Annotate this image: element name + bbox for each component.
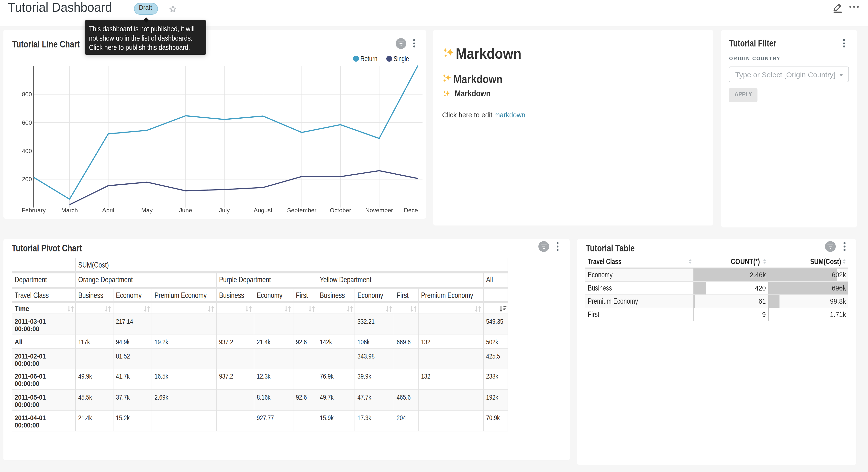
svg-text:600: 600 bbox=[22, 119, 32, 126]
svg-text:800: 800 bbox=[22, 91, 32, 97]
svg-text:November: November bbox=[365, 207, 393, 213]
svg-text:April: April bbox=[102, 207, 114, 213]
svg-text:400: 400 bbox=[22, 147, 32, 154]
svg-text:February: February bbox=[22, 207, 46, 213]
svg-text:October: October bbox=[330, 207, 351, 213]
svg-text:July: July bbox=[219, 207, 230, 213]
svg-text:May: May bbox=[141, 207, 153, 213]
svg-text:Dece: Dece bbox=[404, 207, 418, 213]
svg-text:200: 200 bbox=[22, 176, 32, 182]
svg-text:June: June bbox=[179, 207, 192, 213]
svg-text:September: September bbox=[287, 207, 316, 213]
svg-text:March: March bbox=[61, 207, 78, 213]
svg-text:August: August bbox=[254, 207, 273, 213]
